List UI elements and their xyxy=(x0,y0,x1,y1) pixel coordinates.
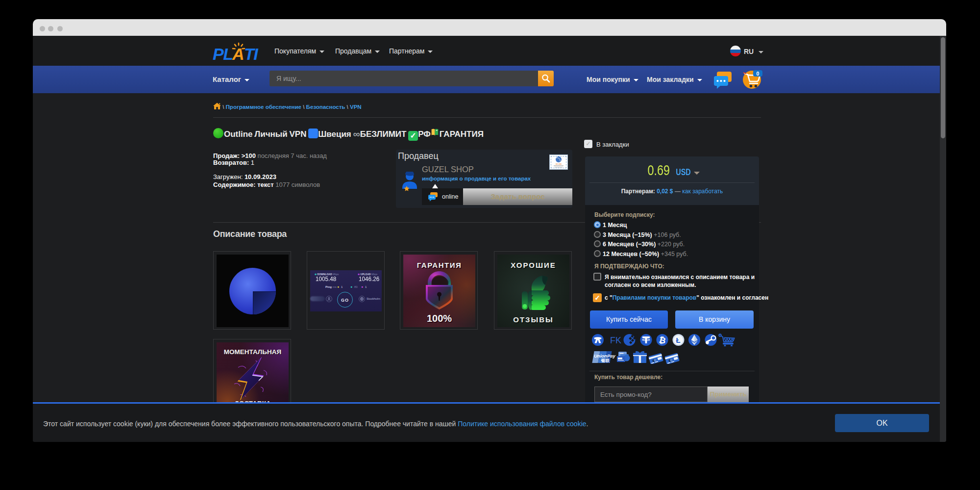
svg-text:TI: TI xyxy=(244,45,259,61)
svg-text:A: A xyxy=(232,45,244,61)
svg-text:银联: 银联 xyxy=(601,358,610,363)
svg-text:FK: FK xyxy=(610,335,621,345)
svg-text:PL: PL xyxy=(213,45,232,61)
svg-text:0: 0 xyxy=(757,71,760,77)
svg-text:Ł: Ł xyxy=(676,336,681,344)
